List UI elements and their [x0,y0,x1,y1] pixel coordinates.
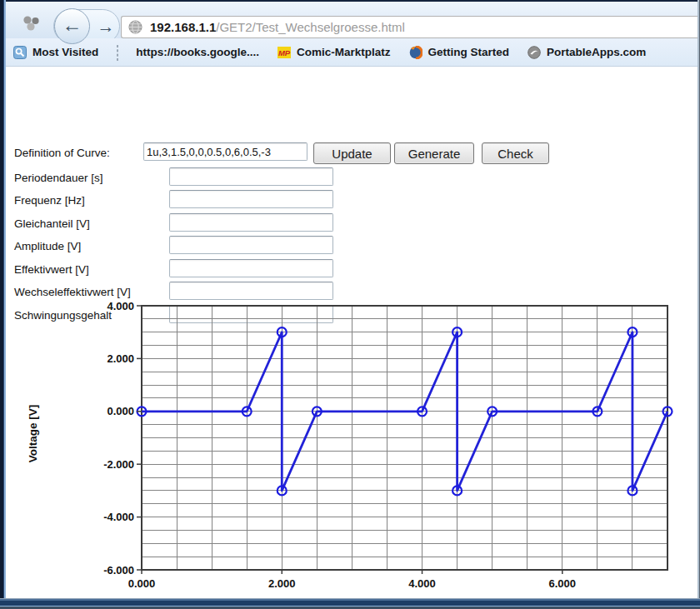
back-button[interactable]: ← [54,8,90,44]
bookmark-label: Comic-Marktplatz [297,46,391,58]
svg-text:4.000: 4.000 [408,577,436,590]
mp-favicon: MP [278,46,291,59]
svg-text:-4.000: -4.000 [103,511,134,523]
window-border-top [0,0,700,2]
frequenz-label: Frequenz [Hz] [14,194,85,207]
effektivwert-input[interactable] [169,259,333,277]
window-border-left [0,0,6,609]
svg-text:4.000: 4.000 [107,300,134,312]
bookmark-label: https://books.google.... [136,46,259,58]
bookmark-label: Most Visited [32,46,98,58]
forward-button[interactable]: → [93,16,118,37]
periodendauer-input[interactable] [169,167,333,186]
svg-text:0.000: 0.000 [107,405,134,417]
globe-icon [128,20,142,34]
firefox-icon [409,46,422,59]
bookmark-getting-started[interactable]: Getting Started [409,46,510,59]
definition-of-curve-label: Definition of Curve: [14,147,110,159]
forward-arrow-icon: → [98,17,115,35]
svg-text:6.000: 6.000 [549,577,577,590]
bookmark-most-visited[interactable]: Most Visited [13,46,98,59]
periodendauer-label: Periodendauer [s] [14,172,103,184]
most-visited-icon [13,46,27,59]
back-arrow-icon: ← [62,15,82,35]
svg-text:-2.000: -2.000 [103,458,134,471]
gleichanteil-input[interactable] [169,213,333,232]
bookmark-comic-marktplatz[interactable]: MP Comic-Marktplatz [278,46,391,59]
window-border-bottom [0,598,700,609]
bookmark-books-google[interactable]: https://books.google.... [117,46,259,59]
y-axis-title: Voltage [V] [27,384,39,484]
browser-window: ← → 192.168.1.1/GET2/Test_Wechselgroesse… [0,0,700,609]
effektivwert-label: Effektivwert [V] [14,263,89,276]
svg-text:2.000: 2.000 [107,352,134,365]
default-favicon [117,46,130,59]
page-content: Definition of Curve: Update Generate Che… [6,67,698,598]
svg-text:MP: MP [278,47,291,57]
amplitude-input[interactable] [169,236,333,254]
update-button[interactable]: Update [313,142,391,164]
frequenz-input[interactable] [169,190,333,208]
grid-lines [142,306,668,570]
url-path: /GET2/Test_Wechselgroesse.html [216,20,404,34]
paw-icon [22,15,41,32]
svg-text:2.000: 2.000 [268,577,296,590]
url-bar[interactable]: 192.168.1.1/GET2/Test_Wechselgroesse.htm… [121,16,698,38]
amplitude-label: Amplitude [V] [14,240,81,252]
tick-labels: 0.0002.0004.0006.0004.0002.0000.000-2.00… [103,300,576,591]
svg-text:0.000: 0.000 [128,577,156,590]
gleichanteil-label: Gleichanteil [V] [14,217,90,230]
waveform-chart-svg: 0.0002.0004.0006.0004.0002.0000.000-2.00… [96,294,684,601]
definition-of-curve-input[interactable] [143,142,308,161]
svg-text:-6.000: -6.000 [103,564,134,577]
waveform-chart: Voltage [V] 0.0002.0004.0006.0004.0002.0… [96,294,684,601]
series-line [142,332,668,491]
url-host: 192.168.1.1 [150,20,216,34]
bookmarks-bar: Most Visited https://books.google.... MP… [2,38,698,67]
bookmark-label: Getting Started [428,46,510,58]
portableapps-icon [528,46,541,59]
bookmark-portableapps[interactable]: PortableApps.com [528,46,646,59]
check-button[interactable]: Check [482,142,549,164]
generate-button[interactable]: Generate [394,142,474,164]
bookmark-label: PortableApps.com [547,46,646,58]
browser-toolbar: ← → 192.168.1.1/GET2/Test_Wechselgroesse… [2,2,698,38]
